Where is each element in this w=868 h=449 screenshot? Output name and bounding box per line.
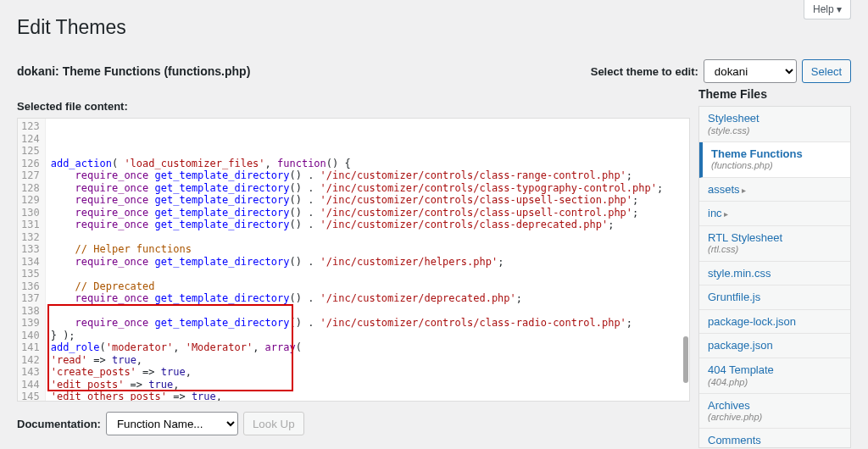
theme-file-item[interactable]: Stylesheet(style.css)	[699, 107, 850, 142]
theme-files-heading: Theme Files	[698, 87, 851, 101]
theme-file-item[interactable]: RTL Stylesheet(rtl.css)	[699, 226, 850, 262]
theme-file-item[interactable]: package.json	[699, 334, 850, 358]
theme-file-item[interactable]: 404 Template(404.php)	[699, 358, 850, 394]
theme-files-list: Stylesheet(style.css)Theme Functions(fun…	[698, 106, 851, 448]
theme-file-item[interactable]: inc	[699, 202, 850, 226]
page-title: Edit Themes	[17, 8, 851, 42]
lookup-button[interactable]: Look Up	[243, 412, 304, 435]
code-area[interactable]: add_action( 'load_customizer_files', fun…	[46, 119, 689, 401]
scrollbar-thumb[interactable]	[683, 336, 688, 383]
theme-file-item[interactable]: Comments(comments.php)	[699, 429, 850, 447]
theme-file-item[interactable]: assets	[699, 178, 850, 202]
documentation-select[interactable]: Function Name...	[106, 412, 238, 435]
theme-select[interactable]: dokani	[704, 59, 797, 83]
line-gutter: 1231241251261271281291301311321331341351…	[18, 119, 46, 401]
documentation-label: Documentation:	[17, 418, 101, 430]
code-editor[interactable]: 1231241251261271281291301311321331341351…	[17, 118, 690, 402]
select-theme-label: Select theme to edit:	[591, 65, 698, 78]
theme-file-item[interactable]: Theme Functions(functions.php)	[699, 142, 850, 178]
scrollbar-track[interactable]	[683, 120, 688, 399]
theme-file-item[interactable]: Archives(archive.php)	[699, 394, 850, 430]
selected-file-content-label: Selected file content:	[17, 100, 690, 113]
theme-file-item[interactable]: Gruntfile.js	[699, 285, 850, 310]
theme-file-item[interactable]: package-lock.json	[699, 310, 850, 335]
select-button[interactable]: Select	[802, 59, 851, 83]
help-tab[interactable]: Help ▾	[804, 0, 851, 19]
file-subtitle: dokani: Theme Functions (functions.php)	[17, 64, 250, 78]
theme-file-item[interactable]: style.min.css	[699, 262, 850, 286]
